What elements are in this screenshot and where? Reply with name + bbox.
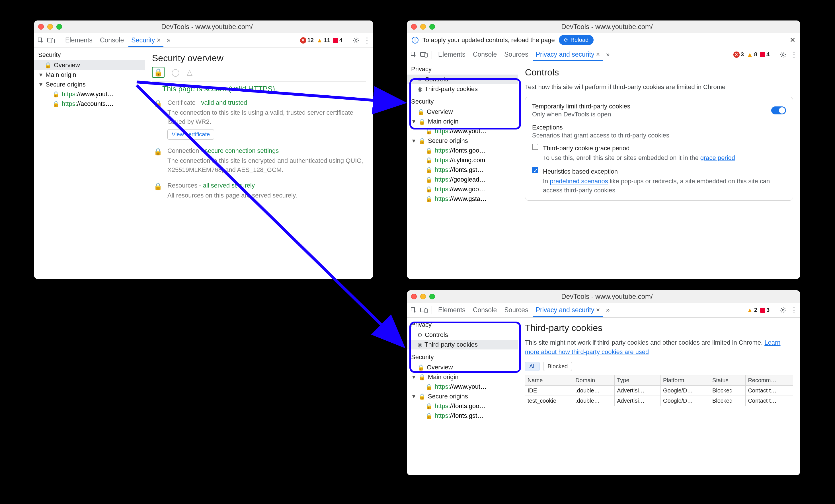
issues-counter[interactable]: 4 <box>760 51 770 58</box>
sidebar-item-third-party-cookies[interactable]: ◉ Third-party cookies <box>407 84 518 94</box>
filter-all[interactable]: All <box>525 362 540 371</box>
sidebar-origin[interactable]: 🔒 https://accounts.… <box>34 99 145 109</box>
sidebar-item-controls[interactable]: ⚙ Controls <box>407 75 518 84</box>
heuristics-exception-checkbox[interactable] <box>532 167 538 173</box>
maximize-window-icon[interactable] <box>429 24 435 29</box>
sidebar-item-secure-origins[interactable]: ▾ 🔒 Secure origins <box>407 392 518 401</box>
tab-security[interactable]: Security × <box>128 34 163 47</box>
inspect-element-icon[interactable] <box>37 36 45 45</box>
tab-console[interactable]: Console <box>97 34 127 47</box>
maximize-window-icon[interactable] <box>56 24 62 29</box>
close-window-icon[interactable] <box>411 294 417 299</box>
sidebar-origin[interactable]: 🔒 https://www.yout… <box>34 89 145 99</box>
tab-privacy-security[interactable]: Privacy and security × <box>533 48 603 61</box>
table-row[interactable]: test_cookie.double…Advertisi…Google/D…Bl… <box>525 396 793 406</box>
error-counter[interactable]: ✕12 <box>300 37 314 44</box>
close-tab-icon[interactable]: × <box>157 37 161 44</box>
settings-icon[interactable] <box>779 306 788 314</box>
tree-toggle-icon[interactable]: ▾ <box>412 393 416 400</box>
sidebar-item-main-origin[interactable]: ▾ Main origin <box>34 70 145 80</box>
column-header[interactable]: Domain <box>573 375 615 385</box>
tab-console[interactable]: Console <box>470 48 500 61</box>
tree-toggle-icon[interactable]: ▾ <box>412 137 416 145</box>
settings-icon[interactable] <box>352 36 361 45</box>
minimize-window-icon[interactable] <box>47 24 53 29</box>
device-toggle-icon[interactable] <box>47 36 55 45</box>
cell-status: Blocked <box>710 396 745 406</box>
limit-cookies-toggle[interactable] <box>771 106 786 114</box>
close-banner-icon[interactable]: ✕ <box>790 36 795 44</box>
more-menu-icon[interactable]: ⋮ <box>790 309 798 312</box>
sidebar-item-overview[interactable]: 🔒 Overview <box>34 60 145 70</box>
sidebar-item-secure-origins[interactable]: ▾ Secure origins <box>34 80 145 89</box>
tab-console[interactable]: Console <box>470 303 500 317</box>
tab-elements[interactable]: Elements <box>435 303 468 317</box>
sidebar-origin[interactable]: 🔒 https://www.yout… <box>407 382 518 392</box>
sidebar-origin[interactable]: 🔒https://www.goo… <box>407 184 518 194</box>
gear-icon: ⚙ <box>418 332 423 338</box>
predefined-scenarios-link[interactable]: predefined scenarios <box>550 177 608 185</box>
warning-counter[interactable]: ▲11 <box>317 37 330 44</box>
maximize-window-icon[interactable] <box>429 294 435 299</box>
sidebar-origin[interactable]: 🔒https://fonts.gst… <box>407 165 518 175</box>
grace-period-checkbox[interactable] <box>532 144 538 150</box>
sidebar-item-main-origin[interactable]: ▾ 🔒 Main origin <box>407 372 518 382</box>
sidebar-item-main-origin[interactable]: ▾ 🔒 Main origin <box>407 117 518 126</box>
issues-counter[interactable]: 4 <box>333 37 343 44</box>
more-menu-icon[interactable]: ⋮ <box>363 39 371 42</box>
sidebar-item-overview[interactable]: 🔒 Overview <box>407 107 518 117</box>
tab-privacy-security[interactable]: Privacy and security × <box>533 303 603 317</box>
minimize-window-icon[interactable] <box>420 294 426 299</box>
error-counter[interactable]: ✕3 <box>733 51 744 58</box>
tree-toggle-icon[interactable]: ▾ <box>412 373 416 381</box>
sidebar-item-controls[interactable]: ⚙ Controls <box>407 330 518 340</box>
sidebar-origin[interactable]: 🔒https://fonts.goo… <box>407 146 518 155</box>
tab-elements[interactable]: Elements <box>435 48 468 61</box>
tab-sources[interactable]: Sources <box>501 303 531 317</box>
close-window-icon[interactable] <box>411 24 417 29</box>
lock-icon: 🔒 <box>154 182 162 200</box>
reload-button[interactable]: ⟳ Reload <box>559 35 594 45</box>
cell-domain: .double… <box>573 396 615 406</box>
sidebar-item-overview[interactable]: 🔒 Overview <box>407 362 518 372</box>
sidebar-origin[interactable]: 🔒https://i.ytimg.com <box>407 155 518 165</box>
tab-elements[interactable]: Elements <box>62 34 95 47</box>
more-tabs-icon[interactable]: » <box>605 307 611 314</box>
table-row[interactable]: IDE.double…Advertisi…Google/D…BlockedCon… <box>525 385 793 396</box>
device-toggle-icon[interactable] <box>420 50 428 59</box>
warning-counter[interactable]: ▲2 <box>747 307 757 314</box>
reload-banner: i To apply your updated controls, reload… <box>407 33 800 47</box>
sidebar-origin[interactable]: 🔒 https://www.yout… <box>407 126 518 136</box>
inspect-element-icon[interactable] <box>409 306 418 314</box>
view-certificate-button[interactable]: View certificate <box>167 129 214 140</box>
sidebar-origin[interactable]: 🔒https://www.gsta… <box>407 194 518 204</box>
device-toggle-icon[interactable] <box>420 306 428 314</box>
close-tab-icon[interactable]: × <box>596 51 600 58</box>
tree-toggle-icon[interactable]: ▾ <box>412 118 416 125</box>
tree-toggle-icon[interactable]: ▾ <box>39 81 43 88</box>
tab-sources[interactable]: Sources <box>501 48 531 61</box>
column-header[interactable]: Name <box>525 375 573 385</box>
issues-counter[interactable]: 3 <box>760 307 770 313</box>
more-tabs-icon[interactable]: » <box>165 37 172 44</box>
filter-blocked[interactable]: Blocked <box>543 362 572 371</box>
column-header[interactable]: Type <box>615 375 661 385</box>
sidebar-origin[interactable]: 🔒https://fonts.gst… <box>407 411 518 421</box>
more-tabs-icon[interactable]: » <box>605 51 611 58</box>
close-window-icon[interactable] <box>38 24 44 29</box>
sidebar-origin[interactable]: 🔒https://fonts.goo… <box>407 401 518 411</box>
minimize-window-icon[interactable] <box>420 24 426 29</box>
column-header[interactable]: Status <box>710 375 745 385</box>
more-menu-icon[interactable]: ⋮ <box>790 53 798 56</box>
sidebar-item-third-party-cookies[interactable]: ◉ Third-party cookies <box>407 340 518 350</box>
tree-toggle-icon[interactable]: ▾ <box>39 71 43 79</box>
sidebar-origin[interactable]: 🔒https://googlead… <box>407 175 518 184</box>
column-header[interactable]: Recomm… <box>746 375 793 385</box>
settings-icon[interactable] <box>779 50 788 59</box>
inspect-element-icon[interactable] <box>409 50 418 59</box>
column-header[interactable]: Platform <box>661 375 710 385</box>
grace-period-link[interactable]: grace period <box>700 154 735 161</box>
warning-counter[interactable]: ▲8 <box>747 51 757 58</box>
sidebar-item-secure-origins[interactable]: ▾ 🔒 Secure origins <box>407 136 518 146</box>
close-tab-icon[interactable]: × <box>596 306 600 314</box>
